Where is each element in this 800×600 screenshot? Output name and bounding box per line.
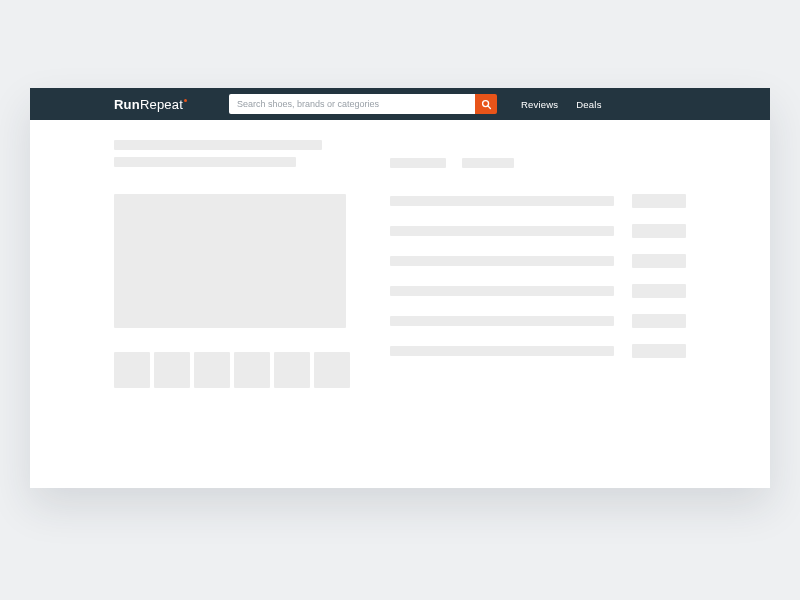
skeleton-list-badge: [632, 224, 686, 238]
skeleton-thumbnail: [154, 352, 190, 388]
list-item: [390, 314, 686, 328]
skeleton-tab: [462, 158, 514, 168]
skeleton-list-badge: [632, 284, 686, 298]
skeleton-list-text: [390, 316, 614, 326]
skeleton-thumbnail: [314, 352, 350, 388]
skeleton-list-text: [390, 256, 614, 266]
skeleton-tab: [390, 158, 446, 168]
search-input[interactable]: [229, 94, 475, 114]
list-item: [390, 194, 686, 208]
list-item: [390, 224, 686, 238]
skeleton-tabs: [390, 158, 686, 168]
site-logo[interactable]: RunRepeat: [114, 97, 187, 112]
app-window: RunRepeat Reviews Deals: [30, 88, 770, 488]
nav-link-deals[interactable]: Deals: [576, 99, 601, 110]
skeleton-hero-image: [114, 194, 346, 328]
skeleton-thumbnail: [274, 352, 310, 388]
skeleton-list-text: [390, 286, 614, 296]
top-navbar: RunRepeat Reviews Deals: [30, 88, 770, 120]
list-item: [390, 254, 686, 268]
skeleton-thumbnail: [194, 352, 230, 388]
logo-text-light: Repeat: [140, 97, 183, 112]
left-column: [114, 140, 362, 488]
nav-links: Reviews Deals: [521, 99, 602, 110]
skeleton-title: [114, 140, 322, 150]
right-column: [390, 140, 686, 488]
thumbnail-row: [114, 352, 362, 388]
skeleton-list-badge: [632, 344, 686, 358]
skeleton-list-text: [390, 196, 614, 206]
list-item: [390, 344, 686, 358]
skeleton-list-text: [390, 226, 614, 236]
skeleton-list-badge: [632, 194, 686, 208]
list-item: [390, 284, 686, 298]
logo-text-bold: Run: [114, 97, 140, 112]
svg-line-1: [487, 105, 490, 108]
skeleton-list-badge: [632, 314, 686, 328]
skeleton-thumbnail: [234, 352, 270, 388]
skeleton-thumbnail: [114, 352, 150, 388]
page-content: [30, 120, 770, 488]
search-bar: [229, 94, 497, 114]
skeleton-subtitle: [114, 157, 296, 167]
skeleton-list-badge: [632, 254, 686, 268]
logo-dot-icon: [184, 99, 187, 102]
search-icon: [481, 99, 492, 110]
skeleton-list-text: [390, 346, 614, 356]
nav-link-reviews[interactable]: Reviews: [521, 99, 558, 110]
search-button[interactable]: [475, 94, 497, 114]
